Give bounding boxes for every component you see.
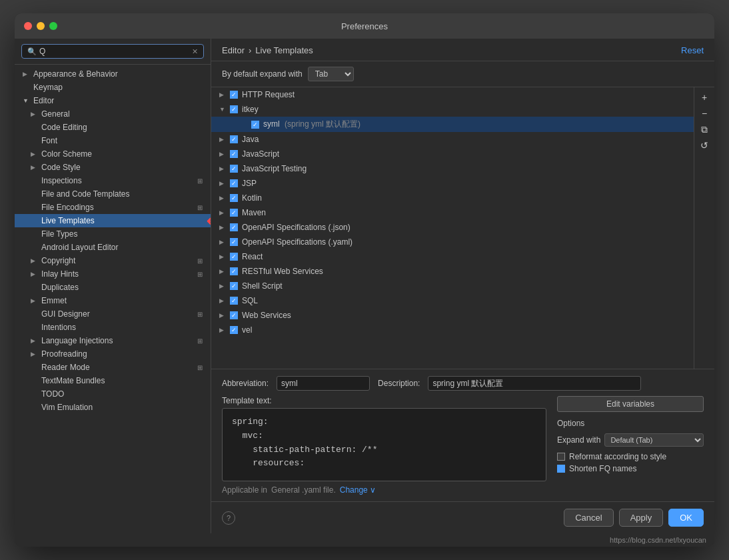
sidebar-item-live-templates[interactable]: ▶ Live Templates ➜ [15, 214, 211, 227]
sidebar-item-file-types[interactable]: ▶ File Types [15, 227, 211, 241]
checkbox-maven[interactable] [230, 209, 238, 217]
tpl-item-syml[interactable]: ▶ syml (spring yml 默认配置) [211, 117, 694, 132]
expand-select[interactable]: Tab Space Enter [308, 67, 354, 81]
sidebar-item-inspections[interactable]: ▶ Inspections ⊞ [15, 174, 211, 187]
tpl-group-vel[interactable]: ▶ vel [211, 323, 694, 337]
checkbox-itkey[interactable] [230, 105, 238, 113]
sidebar-item-file-templates[interactable]: ▶ File and Code Templates [15, 187, 211, 201]
sidebar-item-gui-designer[interactable]: ▶ GUI Designer ⊞ [15, 307, 211, 321]
sidebar-item-file-encodings[interactable]: ▶ File Encodings ⊞ [15, 201, 211, 214]
sidebar-item-duplicates[interactable]: ▶ Duplicates [15, 281, 211, 294]
expand-with-select[interactable]: Default (Tab) Tab Space Enter [604, 433, 704, 447]
close-button[interactable] [24, 22, 32, 30]
add-button[interactable]: + [697, 90, 712, 105]
sidebar-item-label: Reader Mode [41, 363, 90, 372]
checkbox-java[interactable] [230, 135, 238, 143]
sidebar-item-todo[interactable]: ▶ TODO [15, 387, 211, 401]
checkbox-jsp[interactable] [230, 179, 238, 187]
checkbox-http[interactable] [230, 91, 238, 99]
tpl-group-web-services[interactable]: ▶ Web Services [211, 308, 694, 323]
checkbox-shell[interactable] [230, 282, 238, 290]
sidebar-item-inlay-hints[interactable]: ▶ Inlay Hints ⊞ [15, 267, 211, 281]
cancel-button[interactable]: Cancel [564, 509, 613, 527]
sidebar-item-color-scheme[interactable]: ▶ Color Scheme [15, 147, 211, 161]
checkbox-vel[interactable] [230, 326, 238, 334]
edit-variables-button[interactable]: Edit variables [557, 396, 704, 412]
sidebar-item-proofreading[interactable]: ▶ Proofreading [15, 347, 211, 361]
tpl-group-js-testing[interactable]: ▶ JavaScript Testing [211, 161, 694, 176]
traffic-lights [24, 22, 57, 30]
main-content: 🔍 ✕ ▶ Appearance & Behavior ▶ Keymap [15, 39, 714, 533]
checkbox-syml[interactable] [251, 121, 259, 129]
checkbox-js[interactable] [230, 150, 238, 158]
tpl-group-shell[interactable]: ▶ Shell Script [211, 279, 694, 293]
checkbox-sql[interactable] [230, 297, 238, 305]
tpl-group-sql[interactable]: ▶ SQL [211, 293, 694, 308]
undo-button[interactable]: ↺ [697, 138, 712, 153]
tpl-group-react[interactable]: ▶ React [211, 249, 694, 264]
sidebar-item-label: GUI Designer [41, 309, 90, 319]
checkbox-restful[interactable] [230, 267, 238, 275]
maximize-button[interactable] [49, 22, 57, 30]
tpl-group-openapi-json[interactable]: ▶ OpenAPI Specifications (.json) [211, 220, 694, 235]
chevron-right-icon: ▶ [219, 91, 226, 98]
checkbox-react[interactable] [230, 253, 238, 261]
option-shorten-label: Shorten FQ names [569, 464, 636, 473]
sidebar-item-general[interactable]: ▶ General [15, 107, 211, 121]
sidebar-item-textmate[interactable]: ▶ TextMate Bundles [15, 374, 211, 387]
sidebar-item-keymap[interactable]: ▶ Keymap [15, 81, 211, 94]
tpl-group-kotlin[interactable]: ▶ Kotlin [211, 191, 694, 205]
tpl-group-itkey[interactable]: ▼ itkey [211, 102, 694, 117]
code-editor[interactable]: spring: mvc: static-path-pattern: /** re… [222, 408, 546, 481]
copy-button[interactable]: ⧉ [697, 122, 712, 137]
checkbox-kotlin[interactable] [230, 194, 238, 202]
sidebar-item-android-layout[interactable]: ▶ Android Layout Editor [15, 241, 211, 254]
sidebar-item-label: Editor [33, 96, 54, 105]
tpl-group-label: JavaScript Testing [242, 164, 686, 173]
sidebar-item-code-editing[interactable]: ▶ Code Editing [15, 121, 211, 134]
minimize-button[interactable] [37, 22, 45, 30]
sidebar-item-intentions[interactable]: ▶ Intentions [15, 321, 211, 334]
sidebar-item-label: Proofreading [41, 349, 87, 359]
sidebar-item-reader-mode[interactable]: ▶ Reader Mode ⊞ [15, 361, 211, 374]
sidebar-item-code-style[interactable]: ▶ Code Style [15, 161, 211, 174]
checkbox-openapi-yaml[interactable] [230, 238, 238, 246]
checkbox-openapi-json[interactable] [230, 223, 238, 231]
search-input-wrapper[interactable]: 🔍 ✕ [21, 44, 204, 59]
sidebar-item-vim-emulation[interactable]: ▶ Vim Emulation [15, 401, 211, 414]
tpl-group-http[interactable]: ▶ HTTP Request [211, 87, 694, 102]
checkbox-shorten[interactable] [557, 465, 565, 473]
description-input[interactable] [428, 376, 641, 391]
sidebar-item-appearance[interactable]: ▶ Appearance & Behavior [15, 67, 211, 81]
ok-button[interactable]: OK [668, 509, 704, 527]
reset-button[interactable]: Reset [681, 45, 704, 55]
checkbox-js-testing[interactable] [230, 165, 238, 173]
sidebar-item-font[interactable]: ▶ Font [15, 134, 211, 147]
sidebar-item-copyright[interactable]: ▶ Copyright ⊞ [15, 254, 211, 267]
abbreviation-input[interactable] [277, 376, 370, 391]
search-clear-icon[interactable]: ✕ [192, 47, 198, 56]
sidebar-item-label: Color Scheme [41, 149, 92, 159]
tpl-group-maven[interactable]: ▶ Maven [211, 205, 694, 220]
checkbox-web-services[interactable] [230, 311, 238, 319]
tpl-group-js[interactable]: ▶ JavaScript [211, 147, 694, 161]
change-link[interactable]: Change ∨ [340, 485, 376, 495]
chevron-right-icon: ▶ [219, 224, 226, 231]
chevron-right-icon: ▶ [219, 136, 226, 143]
sidebar-item-label: TextMate Bundles [41, 376, 105, 385]
chevron-right-icon: ▶ [31, 297, 39, 304]
apply-button[interactable]: Apply [619, 509, 664, 527]
search-input[interactable] [39, 47, 192, 56]
tpl-group-openapi-yaml[interactable]: ▶ OpenAPI Specifications (.yaml) [211, 235, 694, 249]
sidebar-item-editor[interactable]: ▼ Editor [15, 94, 211, 107]
sidebar-item-emmet[interactable]: ▶ Emmet [15, 294, 211, 307]
tpl-group-restful[interactable]: ▶ RESTful Web Services [211, 264, 694, 279]
checkbox-reformat[interactable] [557, 453, 565, 461]
tpl-group-label: Kotlin [242, 193, 686, 203]
breadcrumb: Editor › Live Templates [222, 45, 313, 55]
help-button[interactable]: ? [222, 511, 235, 525]
tpl-group-java[interactable]: ▶ Java [211, 132, 694, 147]
tpl-group-jsp[interactable]: ▶ JSP [211, 176, 694, 191]
sidebar-item-lang-injections[interactable]: ▶ Language Injections ⊞ [15, 334, 211, 347]
remove-button[interactable]: − [697, 106, 712, 121]
